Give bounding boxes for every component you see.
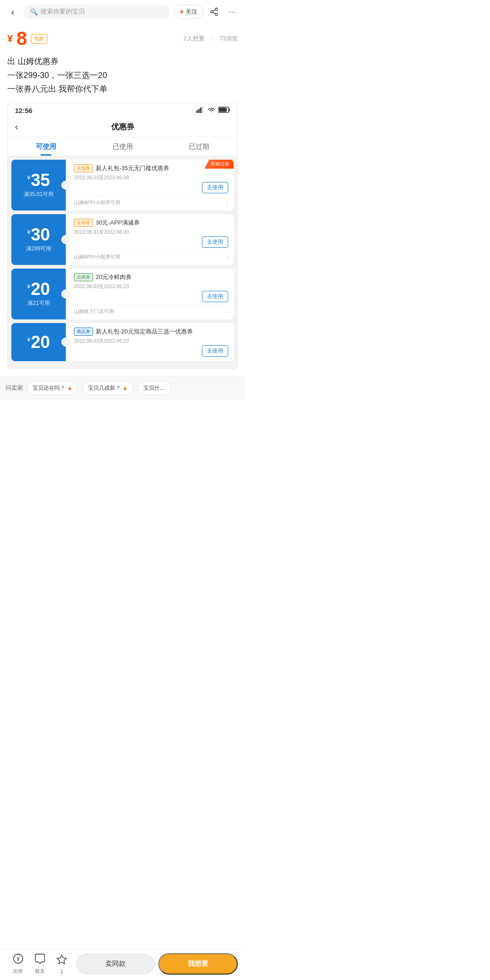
price-row: ¥ 8 包邮 2人想要 ｜ 73浏览 — [0, 24, 245, 50]
status-time: 12:56 — [15, 107, 32, 114]
tab-available[interactable]: 可使用 — [8, 137, 84, 156]
coupon-left-panel: ¥ 35 满35.01可用 — [11, 160, 66, 211]
coupon-yen: ¥ — [27, 174, 30, 181]
product-description: 出 山姆优惠券 一张299-30，一张三选一20 一张券八元出 我帮你代下单 — [0, 50, 245, 103]
phone-back-arrow[interactable]: ‹ — [15, 122, 18, 132]
desc-line-3: 一张券八元出 我帮你代下单 — [7, 82, 238, 96]
coupon-name: 新人礼包-20元指定商品三选一优惠券 — [96, 328, 193, 336]
coupon-date: 2022.06.03至2022.06.23 — [74, 283, 228, 290]
coupon-item: ¥ 30 满299可用 全场券 30元-APP满减券 2022.05.31至20… — [11, 214, 234, 265]
coupon-condition: 满35.01可用 — [24, 191, 54, 198]
back-button[interactable]: ‹ — [5, 5, 20, 19]
quick-questions-bar: 问卖家 宝贝还在吗？ ▲ 宝贝几成新？ ▲ 宝贝什… — [0, 376, 245, 400]
coupon-yen: ¥ — [27, 229, 30, 235]
coupon-list: ¥ 35 满35.01可用 全场券 新人礼包-35元无门槛优惠券 2022.06… — [8, 156, 237, 368]
tab-expired[interactable]: 已过期 — [161, 137, 237, 156]
coupon-date: 2022.06.03至2022.06.09 — [74, 174, 228, 181]
coupon-item: ¥ 35 满35.01可用 全场券 新人礼包-35元无门槛优惠券 2022.06… — [11, 160, 234, 211]
plus-icon: + — [180, 8, 184, 16]
coupon-tag: 全场券 — [74, 164, 93, 172]
svg-rect-7 — [200, 108, 201, 113]
coupon-condition: 满299可用 — [26, 245, 51, 253]
price-number: 8 — [16, 29, 27, 48]
quick-question-btn-0[interactable]: 宝贝还在吗？ ▲ — [27, 381, 78, 395]
coupon-right-panel: 品类券 20元冷鲜肉券 2022.06.03至2022.06.23 去使用 山姆… — [66, 269, 234, 319]
coupon-channel: 山姆APP/小程序可用 — [74, 254, 120, 260]
use-coupon-button[interactable]: 去使用 — [202, 236, 228, 248]
baoyou-badge: 包邮 — [31, 34, 47, 44]
phone-header-title: 优惠券 — [111, 122, 134, 132]
svg-line-3 — [213, 12, 216, 14]
coupon-tag: 品类券 — [74, 273, 93, 281]
quick-question-text-2: 宝贝什… — [143, 384, 165, 392]
signal-icon — [196, 107, 205, 114]
coupon-yen: ¥ — [27, 336, 30, 343]
product-stats: 2人想要 ｜ 73浏览 — [183, 34, 238, 43]
coupon-item: ¥ 20 满21可用 品类券 20元冷鲜肉券 2022.06.03至2022.0… — [11, 269, 234, 319]
more-button[interactable]: ··· — [225, 5, 240, 19]
coupon-name: 新人礼包-35元无门槛优惠券 — [96, 164, 169, 172]
coupon-name: 30元-APP满减券 — [96, 219, 140, 227]
stats-divider: ｜ — [209, 34, 215, 43]
follow-label: 关注 — [186, 8, 197, 16]
quick-question-text-1: 宝贝几成新？ — [88, 384, 121, 392]
coupon-amount: ¥ 30 — [27, 226, 50, 243]
chevron-right-icon: › — [226, 199, 228, 206]
chevron-right-icon: › — [226, 254, 228, 260]
price-symbol: ¥ — [7, 33, 13, 44]
svg-rect-11 — [229, 108, 230, 111]
battery-icon — [218, 107, 230, 114]
coupon-date: 2022.05.31至2022.06.30 — [74, 229, 228, 235]
coupon-left-panel: ¥ 30 满299可用 — [11, 214, 66, 265]
coupon-channel: 山姆APP/小程序可用 — [74, 199, 120, 206]
screenshot-card: 12:56 ‹ 优惠券 可使用 已使 — [7, 103, 238, 369]
phone-screen: 12:56 ‹ 优惠券 可使用 已使 — [8, 103, 237, 368]
use-coupon-button[interactable]: 去使用 — [202, 182, 228, 193]
svg-rect-10 — [219, 108, 227, 112]
coupon-right-panel: 全场券 30元-APP满减券 2022.05.31至2022.06.30 去使用… — [66, 214, 234, 265]
svg-rect-6 — [198, 109, 200, 113]
chevron-right-icon: › — [226, 308, 228, 315]
coupon-condition: 满21可用 — [27, 299, 49, 307]
desc-line-1: 出 山姆优惠券 — [7, 54, 238, 69]
svg-line-4 — [213, 10, 216, 11]
svg-rect-8 — [202, 107, 203, 113]
up-arrow-icon-0: ▲ — [67, 385, 73, 391]
coupon-yen: ¥ — [27, 283, 30, 290]
quick-question-text-0: 宝贝还在吗？ — [33, 384, 65, 392]
coupon-tabs: 可使用 已使用 已过期 — [8, 137, 237, 156]
phone-status-bar: 12:56 — [8, 103, 237, 117]
coupon-amount: ¥ 20 — [27, 333, 50, 351]
quick-question-btn-1[interactable]: 宝贝几成新？ ▲ — [82, 381, 134, 395]
use-coupon-button[interactable]: 去使用 — [202, 291, 228, 302]
desc-line-2: 一张299-30，一张三选一20 — [7, 69, 238, 83]
coupon-num: 30 — [31, 226, 50, 243]
stats-view: 73浏览 — [220, 34, 238, 43]
use-coupon-button[interactable]: 去使用 — [202, 345, 228, 357]
svg-rect-5 — [196, 110, 198, 113]
coupon-name: 20元冷鲜肉券 — [96, 273, 132, 281]
ask-seller-label: 问卖家 — [5, 384, 23, 392]
coupon-date: 2022.06.03至2022.06.23 — [74, 338, 228, 344]
stats-want: 2人想要 — [183, 34, 204, 43]
coupon-channel: 山姆线下门店可用 — [74, 308, 114, 315]
coupon-tag: 商品券 — [74, 328, 93, 336]
top-navigation: ‹ 🔍 搜索你要的宝贝 + 关注 ··· — [0, 0, 245, 24]
coupon-right-panel: 商品券 新人礼包-20元指定商品三选一优惠券 2022.06.03至2022.0… — [66, 323, 234, 361]
quick-question-btn-2[interactable]: 宝贝什… — [137, 381, 171, 395]
expiring-badge: 即将过期 — [205, 160, 234, 169]
follow-button[interactable]: + 关注 — [174, 5, 203, 19]
coupon-left-panel: ¥ 20 满21可用 — [11, 269, 66, 319]
coupon-num: 20 — [31, 333, 50, 351]
coupon-num: 35 — [31, 172, 50, 189]
tab-used[interactable]: 已使用 — [84, 137, 161, 156]
search-placeholder-text: 搜索你要的宝贝 — [40, 8, 85, 16]
wifi-icon — [207, 107, 216, 114]
status-icons — [196, 107, 230, 114]
search-bar[interactable]: 🔍 搜索你要的宝贝 — [24, 5, 170, 19]
share-button[interactable] — [207, 5, 221, 19]
up-arrow-icon-1: ▲ — [122, 385, 128, 391]
coupon-amount: ¥ 20 — [27, 280, 50, 298]
coupon-tag: 全场券 — [74, 219, 93, 227]
coupon-num: 20 — [31, 280, 50, 298]
